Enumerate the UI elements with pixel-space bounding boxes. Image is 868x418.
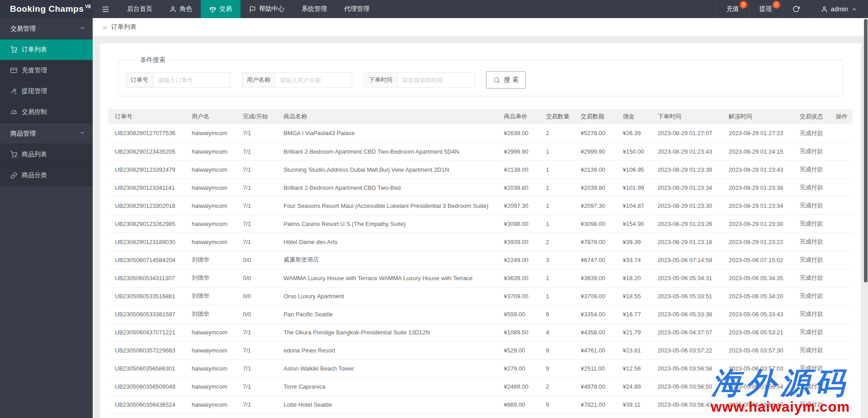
search-button[interactable]: 搜 索	[486, 71, 526, 89]
table-cell: 1	[539, 142, 574, 160]
table-cell: ¥3354.00	[574, 305, 616, 323]
sidebar-group-2[interactable]: 商品管理	[0, 123, 93, 144]
table-cell: 0/0	[236, 269, 277, 287]
sidebar-item-商品分类[interactable]: 商品分类	[0, 165, 93, 186]
status-cell: 完成付款	[793, 377, 829, 395]
table-cell: 7/1	[236, 377, 277, 395]
table-row: UB2305060533381597刘德华0/0Pan Pacific Seat…	[108, 305, 853, 323]
table-row: UB2308290123302018haiwaiymcom7/1Four Sea…	[108, 197, 853, 215]
action-cell	[829, 215, 853, 233]
table-cell: haiwaiymcom	[185, 142, 236, 160]
table-cell: 2023-05-06 03:56:50	[651, 377, 722, 395]
table-cell: ¥7878.00	[574, 233, 616, 251]
table-cell: 2023-05-06 05:33:51	[651, 287, 722, 305]
table-row: UB2305060356509049haiwaiymcom7/1Torre Ca…	[108, 377, 853, 395]
action-cell	[829, 197, 853, 215]
sidebar-item-商品列表[interactable]: 商品列表	[0, 144, 93, 165]
nav-item-label: 交易	[219, 5, 232, 13]
table-cell: ¥26.39	[616, 124, 651, 142]
table-cell: haiwaiymcom	[185, 377, 236, 395]
status-cell: 完成付款	[793, 215, 829, 233]
nav-item-label: 代理管理	[344, 5, 369, 13]
withdraw-badge: 0	[773, 1, 780, 9]
table-cell: 7/1	[236, 124, 277, 142]
table-cell: 7/1	[236, 197, 277, 215]
sidebar-item-交易控制[interactable]: 交易控制	[0, 102, 93, 122]
search-field-label: 用户名称	[242, 72, 275, 88]
table-row: UB2305060356326989haiwaiymcom7/1Grand Hy…	[108, 413, 853, 418]
table-cell: 2023-08-29 01:23:34	[722, 197, 793, 215]
search-input-3[interactable]	[397, 72, 474, 88]
table-cell: 2023-05-06 03:56:40	[722, 413, 793, 418]
table-cell: ¥23.81	[616, 341, 651, 359]
table-cell: 2023-08-29 01:23:38	[722, 178, 793, 197]
sidebar-group-1[interactable]: 交易管理	[0, 18, 93, 39]
table-cell: 1	[539, 215, 574, 233]
sidebar-item-订单列表[interactable]: 订单列表	[0, 39, 93, 60]
scrollbar-thumb[interactable]	[864, 19, 868, 282]
nav-item-2[interactable]: 角色	[161, 0, 201, 18]
card-icon	[10, 67, 17, 74]
sidebar-toggle-button[interactable]	[93, 0, 118, 18]
table-cell: ¥18.20	[616, 269, 651, 287]
table-cell: ¥3639.00	[497, 269, 539, 287]
table-cell: 7/1	[236, 413, 277, 418]
withdraw-nav-button[interactable]: 提现 0	[749, 0, 782, 18]
nav-item-1[interactable]: 后台首页	[118, 0, 161, 18]
table-cell: 2023-08-29 01:23:43	[722, 160, 793, 178]
table-cell: 4	[539, 323, 574, 341]
column-header: 商品单价	[497, 109, 539, 124]
sidebar-item-提现管理[interactable]: 提现管理	[0, 81, 93, 102]
table-cell: 2023-05-06 05:53:21	[722, 323, 793, 341]
refresh-button[interactable]	[782, 0, 810, 18]
table-cell: 2023-05-06 03:56:58	[651, 359, 722, 377]
nav-item-5[interactable]: 系统管理	[293, 0, 335, 18]
table-cell: ¥21.79	[616, 323, 651, 341]
table-cell: haiwaiymcom	[185, 323, 236, 341]
table-cell: UB2305060356326989	[108, 413, 185, 418]
table-cell: 2023-08-29 01:23:30	[651, 197, 722, 215]
sidebar-item-充值管理[interactable]: 充值管理	[0, 60, 93, 81]
search-panel: 条件搜索 订单号用户名称下单时间 搜 索	[118, 56, 844, 96]
table-cell: 2	[539, 124, 574, 142]
status-cell: 完成付款	[793, 269, 829, 287]
search-input-2[interactable]	[275, 72, 352, 88]
table-cell: UB2308290123392479	[108, 160, 185, 178]
breadcrumb: » 订单列表	[93, 18, 868, 36]
nav-item-4[interactable]: 帮助中心	[241, 0, 293, 18]
user-menu[interactable]: admin	[810, 0, 868, 18]
table-row: UB2308290123341141haiwaiymcom7/1Brillian…	[108, 178, 853, 197]
table-cell: ¥4761.00	[574, 341, 616, 359]
table-cell: 0/0	[236, 305, 277, 323]
table-cell: ¥279.00	[497, 359, 539, 377]
content-area: 条件搜索 订单号用户名称下单时间 搜 索 订单号用户名完成/开始商品名称商品单价…	[93, 36, 868, 418]
table-header-row: 订单号用户名完成/开始商品名称商品单价交易数量交易数额佣金下单时间解冻时间交易状…	[108, 109, 853, 124]
status-cell: 完成付款	[793, 359, 829, 377]
recharge-nav-button[interactable]: 充值 0	[716, 0, 749, 18]
search-field-3: 下单时间	[364, 72, 474, 88]
table-cell: haiwaiymcom	[185, 413, 236, 418]
sidebar-item-label: 提现管理	[22, 87, 47, 95]
nav-item-6[interactable]: 代理管理	[335, 0, 378, 18]
search-button-label: 搜 索	[504, 76, 519, 84]
table-cell: ¥106.95	[616, 160, 651, 178]
scales-icon	[209, 6, 216, 13]
nav-item-3[interactable]: 交易	[201, 0, 241, 18]
action-cell	[829, 377, 853, 395]
search-field-label: 下单时间	[364, 72, 397, 88]
search-panel-legend: 条件搜索	[136, 56, 170, 64]
action-cell	[829, 413, 853, 418]
table-cell: ¥3709.00	[497, 287, 539, 305]
table-cell: ¥5278.00	[574, 124, 616, 142]
table-cell: Torre Capranica	[277, 377, 497, 395]
table-cell: The Okura Prestige Bangkok-Presidential …	[277, 323, 497, 341]
table-cell: UB2308290123435205	[108, 142, 185, 160]
action-cell	[829, 323, 853, 341]
table-cell: Hôtel Dame des Arts	[277, 233, 497, 251]
table-cell: ¥3639.00	[574, 269, 616, 287]
brand-version: V8	[85, 4, 90, 9]
search-input-1[interactable]	[153, 72, 230, 88]
chevron-up-icon	[851, 6, 857, 12]
table-cell: ¥3098.00	[497, 215, 539, 233]
main-menu: 后台首页角色交易帮助中心系统管理代理管理	[118, 0, 378, 18]
